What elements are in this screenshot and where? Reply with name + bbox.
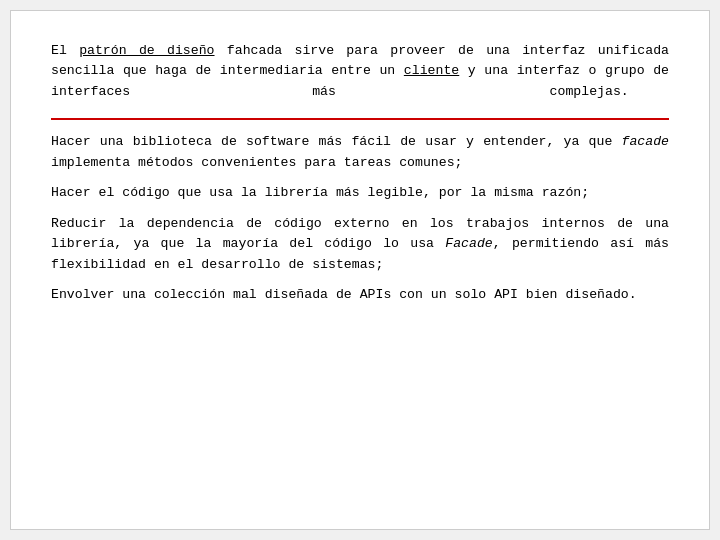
cliente-link[interactable]: cliente — [404, 63, 459, 78]
bullet-section: Hacer una biblioteca de software más fác… — [51, 132, 669, 315]
section-divider — [51, 118, 669, 120]
bullet-item-1: Hacer una biblioteca de software más fác… — [51, 132, 669, 173]
intro-paragraph: El patrón de diseño fahcada sirve para p… — [51, 41, 669, 102]
bullet-item-2: Hacer el código que usa la librería más … — [51, 183, 669, 203]
slide: El patrón de diseño fahcada sirve para p… — [10, 10, 710, 530]
patron-de-diseno-link[interactable]: patrón de diseño — [79, 43, 214, 58]
bullet-item-3: Reducir la dependencia de código externo… — [51, 214, 669, 275]
bullet-item-4: Envolver una colección mal diseñada de A… — [51, 285, 669, 305]
